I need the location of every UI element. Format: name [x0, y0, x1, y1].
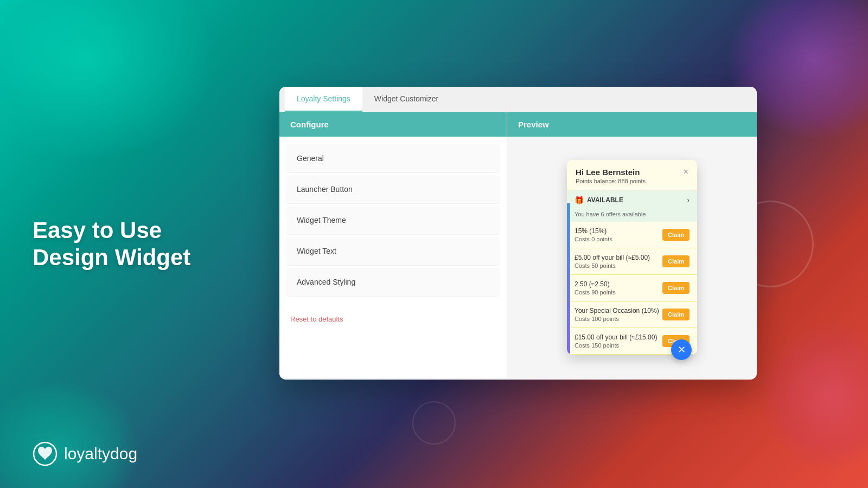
offer-title-4: £15.00 off your bill (≈£15.00) — [575, 333, 662, 341]
available-label: 🎁 AVAILABLE — [575, 196, 623, 204]
configure-section: Configure General Launcher Button Widget… — [279, 112, 507, 378]
offer-details-4: £15.00 off your bill (≈£15.00) Costs 150… — [575, 333, 662, 349]
offer-details-3: Your Special Occasion (10%) Costs 100 po… — [575, 307, 662, 322]
offer-title-3: Your Special Occasion (10%) — [575, 307, 662, 314]
menu-item-widget-theme[interactable]: Widget Theme — [286, 206, 500, 235]
hero-line2: Design Widget — [33, 245, 190, 270]
menu-item-launcher-button[interactable]: Launcher Button — [286, 175, 500, 204]
widget-available-section[interactable]: 🎁 AVAILABLE › — [567, 190, 697, 210]
offer-cost-3: Costs 100 points — [575, 316, 662, 322]
widget-greeting: Hi Lee Bernstein — [576, 168, 646, 177]
gift-icon: 🎁 — [575, 196, 584, 204]
widget-float-close-button[interactable]: ✕ — [671, 339, 692, 360]
preview-content: Hi Lee Bernstein Points balance: 888 poi… — [507, 137, 757, 378]
hero-line1: Easy to Use — [33, 217, 162, 243]
tab-loyalty-settings[interactable]: Loyalty Settings — [285, 87, 362, 112]
claim-button-2[interactable]: Claim — [662, 282, 690, 294]
widget-points-balance: Points balance: 888 points — [576, 178, 646, 184]
logo-icon — [33, 441, 58, 466]
offer-title-0: 15% (15%) — [575, 227, 662, 235]
available-text: AVAILABLE — [587, 196, 623, 204]
menu-items: General Launcher Button Widget Theme Wid… — [279, 137, 507, 304]
reset-to-defaults-link[interactable]: Reset to defaults — [279, 304, 507, 334]
offer-item-0: 15% (15%) Costs 0 points Claim — [567, 222, 697, 248]
tab-widget-customizer[interactable]: Widget Customizer — [362, 87, 450, 112]
offer-title-1: £5.00 off your bill (≈£5.00) — [575, 254, 662, 261]
offer-details-1: £5.00 off your bill (≈£5.00) Costs 50 po… — [575, 254, 662, 269]
widget-card: Hi Lee Bernstein Points balance: 888 poi… — [567, 160, 697, 355]
preview-header: Preview — [507, 112, 757, 137]
widget-container: Hi Lee Bernstein Points balance: 888 poi… — [567, 160, 697, 355]
claim-button-3[interactable]: Claim — [662, 309, 690, 320]
offer-item-1: £5.00 off your bill (≈£5.00) Costs 50 po… — [567, 248, 697, 275]
deco-circle-bottom — [412, 401, 456, 445]
offer-cost-2: Costs 90 points — [575, 289, 662, 296]
claim-button-0[interactable]: Claim — [662, 229, 690, 241]
main-panel: Loyalty Settings Widget Customizer Confi… — [279, 87, 757, 380]
widget-header-info: Hi Lee Bernstein Points balance: 888 poi… — [576, 168, 646, 184]
menu-item-widget-text[interactable]: Widget Text — [286, 237, 500, 266]
logo: loyaltydog — [33, 441, 137, 466]
panel-body: Configure General Launcher Button Widget… — [279, 112, 757, 378]
chevron-right-icon: › — [687, 196, 690, 204]
offer-item-3: Your Special Occasion (10%) Costs 100 po… — [567, 301, 697, 328]
widget-header: Hi Lee Bernstein Points balance: 888 poi… — [567, 160, 697, 190]
hero-text: Easy to Use Design Widget — [33, 217, 190, 272]
claim-button-1[interactable]: Claim — [662, 255, 690, 267]
preview-section: Preview Hi Lee Bernstein Points balance:… — [507, 112, 757, 378]
configure-header: Configure — [279, 112, 507, 137]
menu-item-general[interactable]: General — [286, 144, 500, 173]
tab-bar: Loyalty Settings Widget Customizer — [279, 87, 757, 112]
offer-title-2: 2.50 (≈2.50) — [575, 280, 662, 288]
offers-count: You have 6 offers available — [567, 210, 697, 222]
offer-cost-0: Costs 0 points — [575, 236, 662, 242]
widget-color-bar — [567, 203, 570, 355]
offer-details-2: 2.50 (≈2.50) Costs 90 points — [575, 280, 662, 296]
offer-details-0: 15% (15%) Costs 0 points — [575, 227, 662, 242]
offer-cost-1: Costs 50 points — [575, 262, 662, 269]
offer-cost-4: Costs 150 points — [575, 342, 662, 349]
menu-item-advanced-styling[interactable]: Advanced Styling — [286, 268, 500, 297]
offer-item-2: 2.50 (≈2.50) Costs 90 points Claim — [567, 275, 697, 301]
offer-list: 15% (15%) Costs 0 points Claim £5.00 off… — [567, 222, 697, 355]
widget-close-button[interactable]: × — [684, 168, 688, 176]
logo-text: loyaltydog — [64, 445, 137, 463]
